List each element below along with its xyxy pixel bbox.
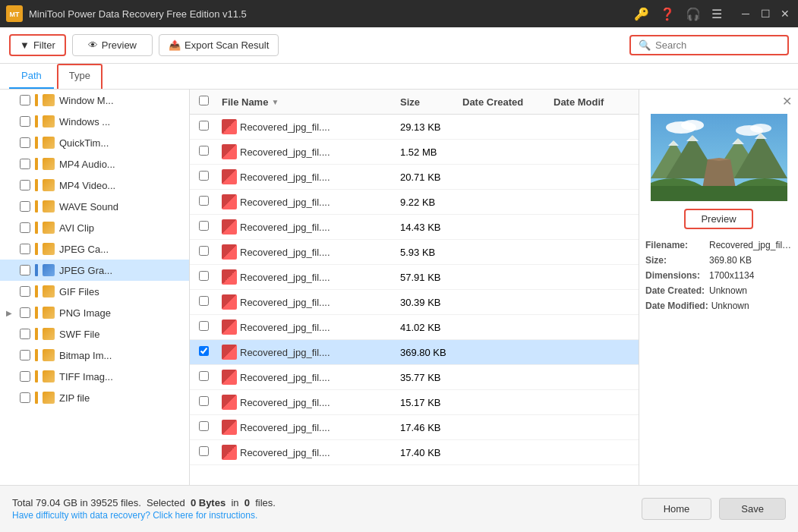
select-all-checkbox[interactable]: [199, 96, 209, 105]
row-filename-col: Recovered_jpg_fil....: [222, 370, 394, 385]
table-row[interactable]: Recovered_jpg_fil....17.46 KB: [190, 415, 639, 440]
table-row[interactable]: Recovered_jpg_fil....369.80 KB: [190, 340, 639, 365]
tree-item-checkbox[interactable]: [20, 244, 30, 254]
tree-item-label: ZIP file: [59, 392, 183, 404]
row-size: 57.91 KB: [394, 272, 462, 283]
table-row[interactable]: Recovered_jpg_fil....41.02 KB: [190, 315, 639, 340]
table-row[interactable]: Recovered_jpg_fil....35.77 KB: [190, 365, 639, 390]
filename-label: Filename:: [645, 240, 706, 250]
tree-item-checkbox[interactable]: [20, 350, 30, 360]
file-name-text: Recovered_jpg_fil....: [240, 347, 394, 358]
tree-item-jpeggra[interactable]: JPEG Gra...: [0, 260, 189, 281]
tab-path[interactable]: Path: [9, 64, 54, 89]
svg-point-6: [750, 124, 771, 133]
item-color-bar: [35, 158, 38, 170]
tab-type[interactable]: Type: [57, 64, 103, 89]
preview-action-button[interactable]: Preview: [684, 209, 752, 229]
tree-item-checkbox[interactable]: [20, 329, 30, 339]
tree-item-checkbox[interactable]: [20, 116, 30, 127]
item-color-bar: [35, 307, 38, 319]
preview-button[interactable]: 👁 Preview: [72, 34, 153, 56]
tree-item-checkbox[interactable]: [20, 222, 30, 233]
minimize-button[interactable]: ─: [739, 7, 752, 20]
item-color-bar: [35, 349, 38, 361]
right-panel: ✕: [639, 90, 798, 485]
tree-item-checkbox[interactable]: [20, 371, 30, 382]
table-row[interactable]: Recovered_jpg_fil....5.93 KB: [190, 240, 639, 265]
help-icon[interactable]: ❓: [660, 7, 675, 21]
tree-item-jpegca[interactable]: JPEG Ca...: [0, 238, 189, 260]
table-row[interactable]: Recovered_jpg_fil....57.91 KB: [190, 265, 639, 290]
menu-icon[interactable]: ☰: [711, 7, 722, 21]
row-checkbox[interactable]: [199, 146, 209, 156]
tree-item-zipfile[interactable]: ZIP file: [0, 387, 189, 408]
tree-item-window-m[interactable]: Window M...: [0, 90, 189, 111]
row-checkbox[interactable]: [199, 246, 209, 256]
maximize-button[interactable]: ☐: [759, 7, 772, 20]
table-row[interactable]: Recovered_jpg_fil....15.17 KB: [190, 390, 639, 415]
tree-item-pngimage[interactable]: ▶PNG Image: [0, 302, 189, 323]
tree-item-windows[interactable]: Windows ...: [0, 111, 189, 132]
row-size: 15.17 KB: [394, 397, 462, 408]
close-button[interactable]: ✕: [778, 7, 792, 20]
row-checkbox[interactable]: [199, 221, 209, 231]
table-row[interactable]: Recovered_jpg_fil....17.40 KB: [190, 440, 639, 465]
row-checkbox[interactable]: [199, 396, 209, 406]
file-type-icon: [222, 169, 237, 184]
tree-item-quicktim[interactable]: QuickTim...: [0, 132, 189, 153]
dimensions-label: Dimensions:: [645, 270, 706, 281]
row-checkbox[interactable]: [199, 196, 209, 206]
table-row[interactable]: Recovered_jpg_fil....29.13 KB: [190, 115, 639, 140]
row-checkbox[interactable]: [199, 321, 209, 331]
export-button[interactable]: 📤 Export Scan Result: [159, 34, 279, 56]
row-size: 1.52 MB: [394, 146, 462, 158]
tree-item-checkbox[interactable]: [20, 180, 30, 190]
tree-item-giffiles[interactable]: GIF Files: [0, 281, 189, 302]
search-input[interactable]: [655, 39, 780, 51]
tree-item-checkbox[interactable]: [20, 95, 30, 105]
table-row[interactable]: Recovered_jpg_fil....14.43 KB: [190, 215, 639, 240]
tree-item-label: JPEG Ca...: [59, 244, 183, 255]
svg-text:MT: MT: [10, 11, 20, 18]
tree-item-wavesound[interactable]: WAVE Sound: [0, 196, 189, 217]
tree-item-checkbox[interactable]: [20, 286, 30, 297]
help-link[interactable]: Have difficulty with data recovery? Clic…: [12, 510, 276, 521]
row-checkbox[interactable]: [199, 296, 209, 306]
date-created-value: Unknown: [709, 285, 747, 296]
tree-item-label: Bitmap Im...: [59, 350, 183, 361]
table-row[interactable]: Recovered_jpg_fil....1.52 MB: [190, 140, 639, 165]
row-checkbox-container: [199, 171, 222, 183]
tree-item-checkbox[interactable]: [20, 392, 30, 403]
table-row[interactable]: Recovered_jpg_fil....20.71 KB: [190, 165, 639, 190]
tree-item-label: Windows ...: [59, 116, 183, 127]
row-checkbox[interactable]: [199, 171, 209, 181]
row-checkbox[interactable]: [199, 121, 209, 131]
tree-item-checkbox[interactable]: [20, 159, 30, 169]
row-checkbox[interactable]: [199, 446, 209, 456]
tree-item-mp4video[interactable]: MP4 Video...: [0, 175, 189, 196]
tree-item-mp4audio[interactable]: MP4 Audio...: [0, 153, 189, 175]
item-type-icon: [43, 370, 55, 382]
row-checkbox[interactable]: [199, 371, 209, 381]
table-row[interactable]: Recovered_jpg_fil....9.22 KB: [190, 190, 639, 215]
tree-item-checkbox[interactable]: [20, 201, 30, 212]
tree-item-bitmapim[interactable]: Bitmap Im...: [0, 345, 189, 366]
export-icon: 📤: [169, 39, 181, 51]
table-row[interactable]: Recovered_jpg_fil....30.39 KB: [190, 290, 639, 315]
save-button[interactable]: Save: [719, 498, 786, 520]
tree-item-aviclip[interactable]: AVI Clip: [0, 217, 189, 238]
filter-button[interactable]: ▼ Filter: [9, 34, 66, 56]
row-checkbox[interactable]: [199, 421, 209, 431]
row-checkbox[interactable]: [199, 271, 209, 281]
close-preview-button[interactable]: ✕: [782, 96, 792, 108]
tree-item-swffile[interactable]: SWF File: [0, 323, 189, 345]
headset-icon[interactable]: 🎧: [686, 7, 701, 21]
tree-item-checkbox[interactable]: [20, 137, 30, 148]
home-button[interactable]: Home: [642, 498, 712, 520]
tree-item-checkbox[interactable]: [20, 265, 30, 275]
row-checkbox[interactable]: [199, 346, 209, 356]
tree-item-tiffimag[interactable]: TIFF Imag...: [0, 366, 189, 387]
row-checkbox-container: [199, 371, 222, 383]
key-icon[interactable]: 🔑: [634, 7, 649, 21]
tree-item-checkbox[interactable]: [20, 307, 30, 318]
